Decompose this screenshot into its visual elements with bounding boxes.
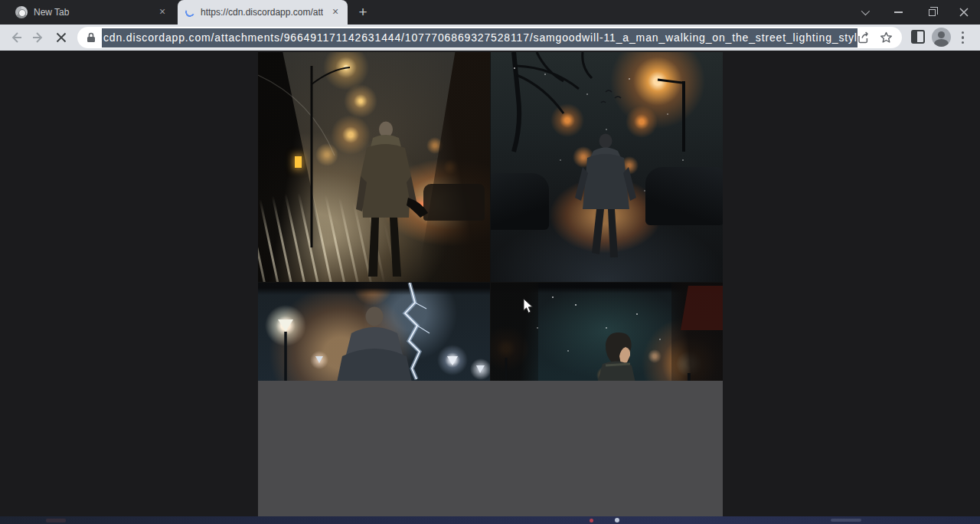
window-restore-button[interactable] <box>919 0 945 25</box>
stop-loading-button[interactable] <box>52 28 70 47</box>
back-button[interactable] <box>7 28 25 47</box>
tab-loading-spinner-icon <box>184 6 195 18</box>
new-tab-button[interactable]: + <box>354 5 371 21</box>
side-panel-button[interactable] <box>911 30 925 44</box>
image-panel-top-left <box>258 52 490 282</box>
street-and-figure <box>258 52 490 282</box>
lock-icon <box>87 32 96 43</box>
windows-taskbar-edge[interactable] <box>0 516 980 524</box>
tab-title: New Tab <box>34 7 150 18</box>
browser-toolbar: cdn.discordapp.com/attachments/966491171… <box>0 25 980 51</box>
lamps-and-lightning <box>258 283 490 386</box>
tab-discord-cdn[interactable]: https://cdn.discordapp.com/atta × <box>178 0 348 25</box>
taskbar-icon-dot <box>615 518 619 522</box>
taskbar-tray-smudge <box>831 519 861 522</box>
close-icon <box>959 8 969 17</box>
walking-man-figure <box>491 52 723 282</box>
mouse-cursor <box>523 298 534 314</box>
selected-url-text: cdn.discordapp.com/attachments/966491171… <box>102 28 858 47</box>
back-arrow-icon <box>10 31 22 44</box>
tab-close-icon[interactable]: × <box>156 6 168 18</box>
address-bar[interactable]: cdn.discordapp.com/attachments/966491171… <box>77 27 902 48</box>
share-icon[interactable] <box>858 31 871 44</box>
taskbar-smudge <box>46 519 66 522</box>
window-close-button[interactable] <box>951 0 977 25</box>
bookmark-star-icon[interactable] <box>880 31 893 44</box>
forward-arrow-icon <box>32 31 44 44</box>
tab-new-tab[interactable]: New Tab × <box>8 0 175 25</box>
tab-search-chevron-icon[interactable] <box>851 0 877 25</box>
stop-x-icon <box>56 32 67 43</box>
page-content <box>0 51 980 516</box>
tab-close-icon[interactable]: × <box>329 6 341 18</box>
attachment-image[interactable] <box>258 52 723 516</box>
chrome-logo-icon <box>15 6 28 18</box>
profile-avatar[interactable] <box>932 28 951 47</box>
window-minimize-button[interactable] <box>885 0 911 25</box>
forward-button[interactable] <box>29 28 47 47</box>
tab-strip: New Tab × https://cdn.discordapp.com/att… <box>0 0 980 25</box>
tab-title: https://cdn.discordapp.com/atta <box>201 7 323 18</box>
image-loading-placeholder <box>258 381 723 516</box>
menu-kebab-icon[interactable] <box>962 31 965 44</box>
taskbar-icon-dot <box>590 519 593 522</box>
image-panel-top-right <box>491 52 723 282</box>
url-field[interactable]: cdn.discordapp.com/attachments/966491171… <box>102 27 858 48</box>
